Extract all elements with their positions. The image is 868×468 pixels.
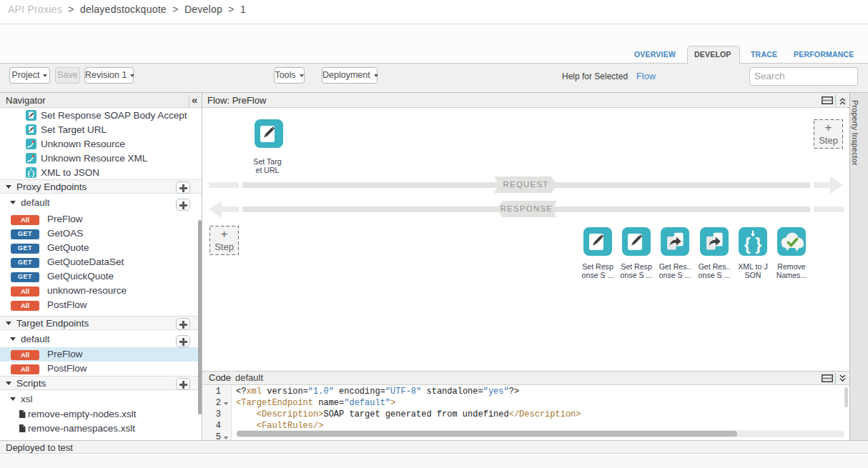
svg-text:{ }: { } <box>27 169 34 177</box>
svg-text:{ }: { } <box>744 235 761 254</box>
